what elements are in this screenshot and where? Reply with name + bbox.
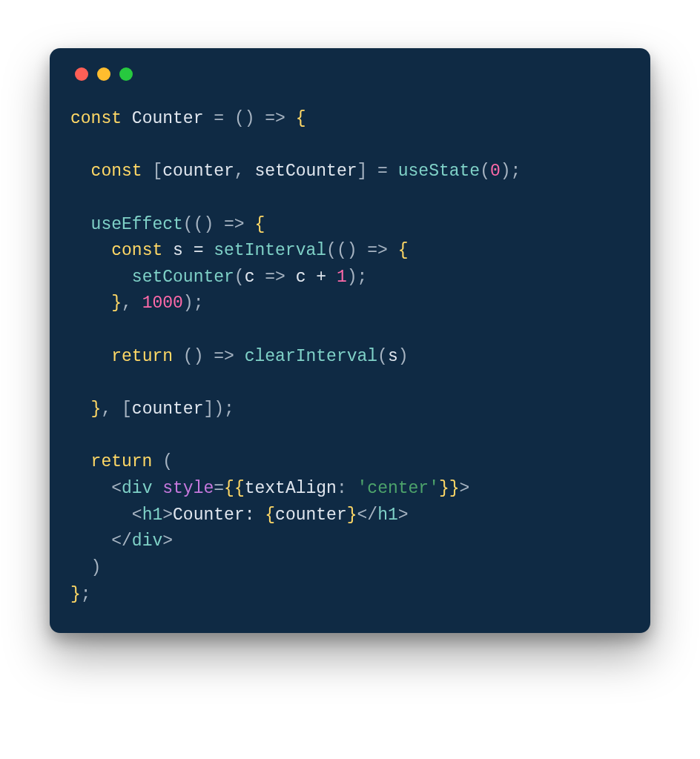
kw-const: const (91, 162, 142, 181)
kw-return: return (111, 347, 173, 366)
fn-name: Counter (132, 109, 204, 128)
kw-const: const (111, 241, 162, 260)
code-block: const Counter = () => { const [counter, … (70, 106, 630, 608)
stage: const Counter = () => { const [counter, … (0, 0, 700, 759)
call-setInterval: setInterval (214, 241, 326, 260)
jsx-attr-style: style (162, 479, 214, 498)
call-clearInterval: clearInterval (245, 347, 377, 366)
traffic-minimize-icon[interactable] (97, 67, 110, 81)
traffic-zoom-icon[interactable] (119, 67, 133, 81)
kw-return: return (91, 452, 153, 471)
jsx-tag-h1: h1 (142, 506, 163, 525)
jsx-tag-div: div (122, 479, 152, 498)
call-useState: useState (398, 162, 480, 181)
window-traffic-lights (75, 67, 630, 81)
code-window: const Counter = () => { const [counter, … (50, 48, 650, 633)
kw-const: const (70, 109, 122, 128)
traffic-close-icon[interactable] (75, 67, 88, 81)
call-setCounter: setCounter (132, 268, 234, 287)
call-useEffect: useEffect (91, 215, 183, 234)
